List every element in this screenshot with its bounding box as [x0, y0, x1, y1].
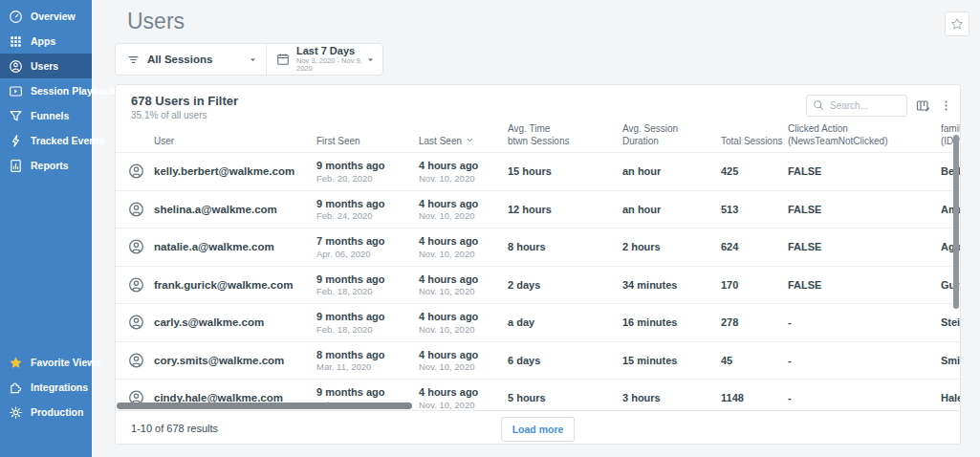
- user-email: cory.smits@walkme.com: [154, 355, 284, 366]
- sidebar-item-label: Users: [31, 60, 58, 72]
- avg-time-btwn-sessions-cell: 5 hours: [508, 392, 546, 403]
- total-sessions-cell: 45: [721, 355, 732, 366]
- first-seen-cell: 9 months agoFeb. 18, 2020: [316, 310, 385, 336]
- sidebar-item-label: Session Playback: [31, 85, 116, 97]
- star-filled-icon: [9, 356, 23, 370]
- last-seen-cell: 4 hours agoNov. 10, 2020: [419, 347, 478, 373]
- sidebar-item-label: Reports: [31, 160, 69, 171]
- play-screen-icon: [9, 84, 23, 98]
- avatar-icon: [128, 239, 144, 255]
- sidebar-item-label: Apps: [31, 35, 55, 47]
- table-row[interactable]: cory.smits@walkme.com8 months agoMar. 11…: [116, 341, 960, 380]
- avg-session-duration-cell: 16 minutes: [622, 316, 677, 328]
- avg-session-duration-cell: 3 hours: [622, 392, 661, 403]
- date-range-label: Last 7 Days: [296, 45, 366, 57]
- sidebar-item-session-playback[interactable]: Session Playback: [0, 78, 92, 103]
- sidebar-item-label: Integrations: [31, 381, 88, 393]
- results-count-text: 1-10 of 678 results: [131, 423, 218, 434]
- avg-time-btwn-sessions-cell: 15 hours: [508, 165, 552, 177]
- sidebar-item-label: Funnels: [31, 110, 69, 121]
- column-header-avg-time[interactable]: Avg. Timebtwn Sessions: [508, 123, 569, 147]
- table-row[interactable]: natalie.a@walkme.com7 months agoApr. 06,…: [116, 228, 960, 266]
- first-seen-cell: 9 months agoFeb. 20, 2020: [316, 159, 385, 185]
- sidebar-item-label: Production: [31, 406, 83, 418]
- chevron-down-icon: [249, 55, 257, 64]
- user-circle-icon: [9, 59, 23, 74]
- last-seen-cell: 4 hours agoNov. 10, 2020: [419, 234, 478, 260]
- last-seen-cell: 4 hours agoNov. 10, 2020: [419, 159, 478, 185]
- column-header-user[interactable]: User: [154, 136, 174, 148]
- column-header-clicked-action[interactable]: Clicked Action(NewsTeamNotClicked): [788, 123, 887, 147]
- vertical-scrollbar-thumb[interactable]: [953, 135, 959, 309]
- clicked-action-cell: -: [788, 316, 792, 328]
- avg-session-duration-cell: 2 hours: [622, 241, 661, 252]
- puzzle-icon: [9, 381, 23, 395]
- user-email: frank.gurick@walkme.com: [154, 279, 293, 291]
- sidebar-bottom-nav: Favorite ViewsIntegrationsProduction: [0, 346, 92, 424]
- column-header-avg-session[interactable]: Avg. SessionDuration: [622, 123, 678, 147]
- last-seen-cell: 4 hours agoNov. 10, 2020: [419, 196, 478, 222]
- avg-session-duration-cell: an hour: [622, 204, 661, 215]
- sidebar-item-favorite-views[interactable]: Favorite Views: [0, 350, 92, 375]
- avatar-icon: [128, 315, 144, 331]
- column-header-last-seen[interactable]: Last Seen: [419, 136, 474, 148]
- clicked-action-cell: FALSE: [788, 165, 821, 177]
- sidebar-item-tracked-events[interactable]: Tracked Events: [0, 128, 92, 153]
- search-icon: [813, 99, 824, 111]
- avg-session-duration-cell: an hour: [622, 165, 661, 177]
- date-range-dropdown[interactable]: Last 7 Days Nov 3, 2020 - Nov 9, 2020: [267, 44, 382, 75]
- favorite-page-button[interactable]: [945, 11, 969, 36]
- total-sessions-cell: 170: [721, 279, 738, 291]
- edit-columns-icon[interactable]: [916, 98, 931, 114]
- sidebar-item-users[interactable]: Users: [0, 54, 92, 78]
- gauge-icon: [9, 10, 23, 24]
- total-sessions-cell: 1148: [721, 392, 744, 403]
- kebab-menu-icon[interactable]: [940, 99, 952, 112]
- sidebar-item-label: Favorite Views: [31, 357, 100, 368]
- first-seen-cell: 8 months agoMar. 11, 2020: [316, 347, 385, 373]
- sidebar-item-reports[interactable]: Reports: [0, 153, 92, 178]
- sidebar-item-integrations[interactable]: Integrations: [0, 375, 92, 400]
- sidebar-item-funnels[interactable]: Funnels: [0, 103, 92, 128]
- card-header: 678 Users in Filter 35.1% of all users: [116, 85, 960, 127]
- user-email: kelly.berbert@walkme.com: [154, 165, 294, 177]
- clicked-action-cell: FALSE: [788, 204, 821, 215]
- family-cell: Stein: [941, 316, 961, 328]
- avatar-icon: [128, 276, 144, 293]
- sidebar-item-label: Overview: [31, 11, 76, 22]
- column-header-total-sessions[interactable]: Total Sessions: [721, 136, 782, 148]
- sidebar-item-apps[interactable]: Apps: [0, 29, 92, 54]
- avatar-icon: [128, 163, 144, 180]
- chevron-down-icon: [366, 55, 375, 64]
- clicked-action-cell: FALSE: [788, 279, 821, 291]
- sidebar-item-production[interactable]: Production: [0, 400, 92, 424]
- horizontal-scrollbar-thumb[interactable]: [117, 403, 412, 409]
- first-seen-cell: 9 months agoFeb. 24, 2020: [316, 196, 385, 222]
- avg-session-duration-cell: 34 minutes: [622, 279, 677, 291]
- last-seen-cell: 4 hours agoNov. 10, 2020: [419, 385, 478, 411]
- table-row[interactable]: kelly.berbert@walkme.com9 months agoFeb.…: [116, 152, 960, 190]
- avg-time-btwn-sessions-cell: a day: [508, 316, 534, 328]
- avg-time-btwn-sessions-cell: 2 days: [508, 279, 540, 291]
- sessions-filter-dropdown[interactable]: All Sessions: [116, 44, 267, 75]
- table-row[interactable]: shelina.a@walkme.com9 months agoFeb. 24,…: [116, 190, 960, 228]
- avg-time-btwn-sessions-cell: 8 hours: [508, 241, 546, 252]
- clicked-action-cell: FALSE: [788, 241, 821, 252]
- column-header-first-seen[interactable]: First Seen: [316, 136, 360, 148]
- sidebar-item-overview[interactable]: Overview: [0, 4, 92, 29]
- first-seen-cell: 9 months agoFeb. 18, 2020: [316, 272, 385, 297]
- table-row[interactable]: frank.gurick@walkme.com9 months agoFeb. …: [116, 266, 960, 304]
- calendar-icon: [276, 53, 290, 66]
- card-footer: 1-10 of 678 results Load more: [116, 410, 960, 444]
- last-seen-cell: 4 hours agoNov. 10, 2020: [419, 272, 478, 297]
- family-cell: Smits: [941, 355, 961, 366]
- table-row[interactable]: carly.s@walkme.com9 months agoFeb. 18, 2…: [116, 303, 960, 341]
- avg-session-duration-cell: 15 minutes: [622, 355, 677, 366]
- sidebar-item-label: Tracked Events: [31, 135, 104, 146]
- filter-lines-icon: [127, 54, 140, 66]
- gear-icon: [9, 405, 23, 420]
- user-email: carly.s@walkme.com: [154, 316, 264, 328]
- avatar-icon: [128, 201, 144, 217]
- load-more-button[interactable]: Load more: [501, 417, 576, 442]
- date-range-dates: Nov 3, 2020 - Nov 9, 2020: [296, 57, 366, 74]
